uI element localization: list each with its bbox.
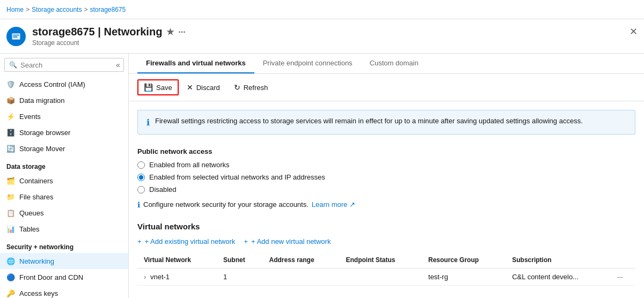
add-new-vnet-button[interactable]: + + Add new virtual network bbox=[244, 237, 331, 245]
col-address-range: Address range bbox=[263, 252, 340, 269]
col-endpoint-status: Endpoint Status bbox=[340, 252, 422, 269]
radio-all-input[interactable] bbox=[137, 161, 145, 169]
resource-header: storage8675 | Networking ★ ··· Storage a… bbox=[0, 19, 644, 54]
col-actions bbox=[611, 252, 635, 269]
cell-endpoint-status bbox=[340, 269, 422, 286]
cell-resource-group: test-rg bbox=[422, 269, 506, 286]
table-icon: 📊 bbox=[6, 225, 15, 233]
col-virtual-network: Virtual Network bbox=[137, 252, 217, 269]
save-icon: 💾 bbox=[144, 83, 153, 92]
breadcrumb-bar: Home > Storage accounts > storage8675 bbox=[0, 0, 644, 19]
breadcrumb-sep1: > bbox=[26, 6, 30, 13]
breadcrumb-sep2: > bbox=[84, 6, 87, 13]
frontdoor-icon: 🔵 bbox=[6, 273, 15, 281]
public-network-access-section: Public network access Enabled from all n… bbox=[129, 141, 644, 215]
search-box[interactable]: 🔍 « bbox=[4, 58, 124, 72]
sidebar-scroll-area: 🛡️ Access Control (IAM) 📦 Data migration… bbox=[0, 76, 128, 298]
breadcrumb: Home > Storage accounts > storage8675 bbox=[6, 6, 126, 13]
radio-disabled[interactable]: Disabled bbox=[137, 185, 635, 193]
sidebar-item-storage-mover[interactable]: 🔄 Storage Mover bbox=[0, 140, 128, 157]
breadcrumb-home[interactable]: Home bbox=[6, 6, 24, 13]
data-storage-section-label: Data storage bbox=[0, 157, 128, 173]
resource-type: Storage account bbox=[32, 39, 635, 47]
key-icon: 🔑 bbox=[6, 289, 15, 297]
sidebar-item-access-keys[interactable]: 🔑 Access keys bbox=[0, 285, 128, 298]
network-icon: 🌐 bbox=[6, 257, 15, 265]
external-link-icon: ↗ bbox=[349, 200, 355, 208]
browser-icon: 🗄️ bbox=[6, 128, 15, 137]
sidebar-item-file-shares[interactable]: 📁 File shares bbox=[0, 189, 128, 205]
sidebar-item-queues[interactable]: 📋 Queues bbox=[0, 205, 128, 221]
virtual-network-actions: + + Add existing virtual network + + Add… bbox=[137, 237, 635, 245]
discard-icon: ✕ bbox=[187, 83, 193, 92]
close-button[interactable]: ✕ bbox=[630, 26, 638, 38]
content-area: Firewalls and virtual networks Private e… bbox=[129, 54, 644, 298]
tab-private-endpoints[interactable]: Private endpoint connections bbox=[254, 54, 361, 73]
shield-icon: 🛡️ bbox=[6, 80, 15, 88]
radio-all-networks[interactable]: Enabled from all networks bbox=[137, 161, 635, 169]
sidebar-item-storage-browser[interactable]: 🗄️ Storage browser bbox=[0, 124, 128, 140]
breadcrumb-current: storage8675 bbox=[90, 6, 126, 13]
public-network-label: Public network access bbox=[137, 147, 635, 155]
info-icon: ℹ bbox=[147, 117, 150, 128]
sidebar-item-data-migration[interactable]: 📦 Data migration bbox=[0, 92, 128, 108]
cell-virtual-network: › vnet-1 bbox=[137, 269, 217, 286]
configure-info-icon: ℹ bbox=[137, 200, 140, 209]
sidebar-item-networking[interactable]: 🌐 Networking bbox=[0, 253, 128, 269]
virtual-networks-section: Virtual networks + + Add existing virtua… bbox=[129, 215, 644, 292]
virtual-networks-table: Virtual Network Subnet Address range End… bbox=[137, 252, 635, 286]
container-icon: 🗂️ bbox=[6, 176, 15, 185]
tab-bar: Firewalls and virtual networks Private e… bbox=[129, 54, 644, 74]
resource-icon bbox=[6, 27, 26, 46]
radio-selected-input[interactable] bbox=[137, 174, 145, 181]
sidebar-item-containers[interactable]: 🗂️ Containers bbox=[0, 173, 128, 189]
sidebar-item-tables[interactable]: 📊 Tables bbox=[0, 221, 128, 237]
col-resource-group: Resource Group bbox=[422, 252, 506, 269]
col-subnet: Subnet bbox=[217, 252, 263, 269]
sidebar-item-front-door[interactable]: 🔵 Front Door and CDN bbox=[0, 269, 128, 285]
fileshare-icon: 📁 bbox=[6, 192, 15, 201]
sidebar-item-access-control[interactable]: 🛡️ Access Control (IAM) bbox=[0, 76, 128, 92]
queue-icon: 📋 bbox=[6, 208, 15, 217]
tab-firewalls[interactable]: Firewalls and virtual networks bbox=[137, 54, 254, 73]
radio-selected-networks[interactable]: Enabled from selected virtual networks a… bbox=[137, 173, 635, 181]
svg-rect-2 bbox=[13, 36, 17, 38]
sidebar: 🔍 « 🛡️ Access Control (IAM) 📦 Data migra… bbox=[0, 54, 129, 298]
cell-subscription: C&L content develo... bbox=[506, 269, 611, 286]
event-icon: ⚡ bbox=[6, 112, 15, 121]
refresh-icon: ↻ bbox=[234, 83, 240, 92]
mover-icon: 🔄 bbox=[6, 144, 15, 153]
svg-rect-1 bbox=[13, 34, 19, 35]
virtual-networks-title: Virtual networks bbox=[137, 222, 635, 231]
add-existing-vnet-button[interactable]: + + Add existing virtual network bbox=[137, 237, 235, 245]
network-access-radio-group: Enabled from all networks Enabled from s… bbox=[137, 161, 635, 193]
row-expand-icon[interactable]: › bbox=[144, 273, 146, 281]
table-row[interactable]: › vnet-1 1 test-rg C&L content develo...… bbox=[137, 269, 635, 286]
toolbar: 💾 Save ✕ Discard ↻ Refresh bbox=[129, 74, 644, 101]
cell-address-range bbox=[263, 269, 340, 286]
refresh-button[interactable]: ↻ Refresh bbox=[228, 80, 274, 95]
cell-row-menu[interactable]: ··· bbox=[611, 269, 635, 286]
info-banner: ℹ Firewall settings restricting access t… bbox=[137, 110, 635, 135]
migrate-icon: 📦 bbox=[6, 96, 15, 105]
header-titles: storage8675 | Networking ★ ··· Storage a… bbox=[32, 26, 635, 47]
table-header-row: Virtual Network Subnet Address range End… bbox=[137, 252, 635, 269]
radio-disabled-input[interactable] bbox=[137, 186, 145, 193]
main-layout: 🔍 « 🛡️ Access Control (IAM) 📦 Data migra… bbox=[0, 54, 644, 298]
search-icon: 🔍 bbox=[9, 61, 17, 69]
col-subscription: Subscription bbox=[506, 252, 611, 269]
search-input[interactable] bbox=[20, 61, 111, 69]
favorite-icon[interactable]: ★ bbox=[166, 27, 174, 37]
security-section-label: Security + networking bbox=[0, 237, 128, 253]
tab-custom-domain[interactable]: Custom domain bbox=[361, 54, 427, 73]
collapse-sidebar-button[interactable]: « bbox=[114, 61, 122, 69]
more-options-icon[interactable]: ··· bbox=[178, 27, 185, 37]
save-button[interactable]: 💾 Save bbox=[137, 79, 179, 95]
learn-more-link[interactable]: Learn more ↗ bbox=[312, 200, 355, 208]
configure-note: ℹ Configure network security for your st… bbox=[137, 200, 635, 209]
page-title: storage8675 | Networking ★ ··· bbox=[32, 26, 635, 38]
discard-button[interactable]: ✕ Discard bbox=[181, 80, 226, 95]
add-existing-icon: + bbox=[137, 237, 142, 245]
sidebar-item-events[interactable]: ⚡ Events bbox=[0, 108, 128, 124]
breadcrumb-storage-accounts[interactable]: Storage accounts bbox=[32, 6, 82, 13]
